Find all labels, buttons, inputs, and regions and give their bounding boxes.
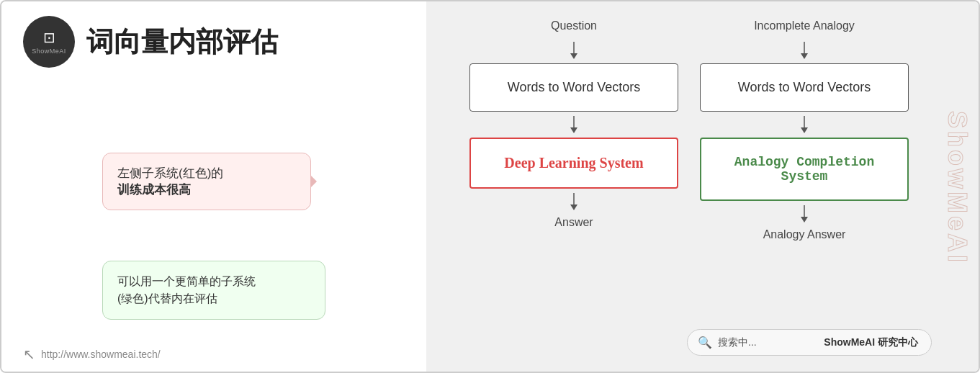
red-bubble-line1: 左侧子系统(红色)的 bbox=[117, 165, 296, 181]
arrow-down-6 bbox=[700, 205, 909, 223]
main-container: ⊡ ShowMeAI 词向量内部评估 左侧子系统(红色)的 训练成本很高 可以用… bbox=[0, 0, 980, 373]
arrow-down-4 bbox=[700, 42, 909, 59]
arrow-down-3 bbox=[469, 193, 678, 210]
search-placeholder: 搜索中... bbox=[718, 336, 757, 349]
red-speech-bubble: 左侧子系统(红色)的 训练成本很高 bbox=[102, 153, 311, 210]
svg-marker-5 bbox=[570, 205, 577, 210]
footer-url: ↖ http://www.showmeai.tech/ bbox=[23, 346, 161, 363]
header: ⊡ ShowMeAI 词向量内部评估 bbox=[23, 16, 405, 68]
flowchart: Question Words to Word Vectors Deep Lear… bbox=[426, 1, 938, 373]
svg-marker-9 bbox=[801, 127, 808, 133]
flow-left-box1: Words to Word Vectors bbox=[469, 63, 678, 112]
green-bubble-text: 可以用一个更简单的子系统 (绿色)代替内在评估 bbox=[117, 273, 310, 307]
page-title: 词向量内部评估 bbox=[86, 24, 278, 60]
search-bar[interactable]: 🔍 搜索中... ShowMeAI 研究中心 bbox=[687, 329, 932, 356]
flow-left-bottom-label: Answer bbox=[469, 216, 678, 229]
cursor-icon: ↖ bbox=[23, 346, 35, 363]
search-icon: 🔍 bbox=[698, 336, 712, 349]
svg-marker-3 bbox=[570, 127, 577, 133]
green-speech-bubble: 可以用一个更简单的子系统 (绿色)代替内在评估 bbox=[102, 261, 325, 320]
logo-circle: ⊡ ShowMeAI bbox=[23, 16, 75, 68]
red-bubble-line2: 训练成本很高 bbox=[117, 181, 296, 198]
flow-right-box2: Analogy Completion System bbox=[700, 138, 909, 201]
watermark: ShowMeAI bbox=[935, 1, 979, 373]
flow-left-top-label: Question bbox=[469, 16, 678, 36]
arrow-down-1 bbox=[469, 42, 678, 59]
svg-marker-1 bbox=[570, 53, 577, 59]
left-section: ⊡ ShowMeAI 词向量内部评估 左侧子系统(红色)的 训练成本很高 可以用… bbox=[1, 1, 426, 373]
flow-left: Question Words to Word Vectors Deep Lear… bbox=[469, 16, 678, 229]
green-bubble-line2: (绿色)代替内在评估 bbox=[117, 292, 217, 305]
arrow-down-2 bbox=[469, 116, 678, 133]
logo-brand: ShowMeAI bbox=[32, 48, 66, 55]
green-bubble-line1: 可以用一个更简单的子系统 bbox=[117, 275, 256, 287]
url-text: http://www.showmeai.tech/ bbox=[41, 349, 161, 360]
search-brand: ShowMeAI 研究中心 bbox=[824, 336, 918, 349]
red-bubble-inner: 左侧子系统(红色)的 训练成本很高 bbox=[117, 165, 296, 198]
arrow-down-5 bbox=[700, 116, 909, 133]
svg-marker-11 bbox=[801, 217, 808, 223]
watermark-text: ShowMeAI bbox=[942, 111, 972, 265]
flow-right-box1: Words to Word Vectors bbox=[700, 63, 909, 112]
flow-right-top-label: Incomplete Analogy bbox=[700, 16, 909, 36]
svg-marker-7 bbox=[801, 53, 808, 59]
flow-right-bottom-label: Analogy Answer bbox=[700, 228, 909, 241]
flow-left-box2: Deep Learning System bbox=[469, 138, 678, 189]
flow-right: Incomplete Analogy Words to Word Vectors… bbox=[700, 16, 909, 241]
logo-icon: ⊡ bbox=[43, 29, 55, 46]
